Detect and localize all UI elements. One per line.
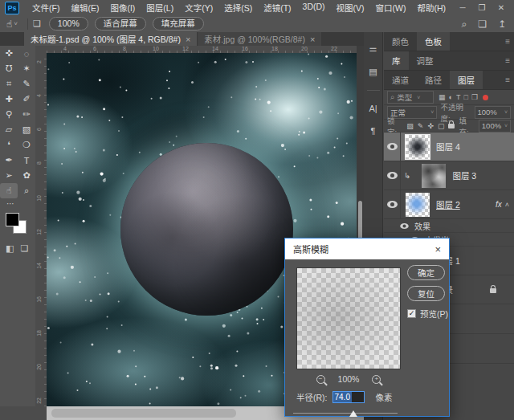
layer-row-图层 2[interactable]: 图层 2fx˄	[384, 190, 514, 219]
document-tab-sucai[interactable]: 素材.jpg @ 100%(RGB/8#) ×	[197, 32, 321, 46]
quick-mask-icon[interactable]: ◧	[6, 243, 14, 254]
eye-icon[interactable]	[387, 143, 398, 150]
info-panel-icon[interactable]: ▤	[369, 67, 377, 77]
magic-wand-tool[interactable]: ✶	[18, 61, 35, 76]
fill-select[interactable]: 100% ˅	[479, 120, 511, 133]
tab-channels[interactable]: 通道	[384, 71, 417, 89]
minimize-button[interactable]: ─	[455, 3, 471, 12]
hand-tool[interactable]: ☝	[0, 183, 18, 198]
visibility-cell[interactable]	[384, 133, 401, 161]
menu-item-6[interactable]: 滤镜(T)	[259, 2, 296, 14]
fill-screen-button[interactable]: 填充屏幕	[153, 17, 204, 31]
panel-menu-icon[interactable]: ≡	[505, 56, 514, 65]
effect-row-效果[interactable]: 效果	[384, 219, 514, 233]
layer-name[interactable]: 图层 2	[436, 198, 460, 210]
reset-button[interactable]: 复位	[407, 286, 445, 301]
type-tool[interactable]: T	[18, 153, 35, 168]
foreground-color-swatch[interactable]	[6, 213, 19, 226]
screen-mode-icon[interactable]: ❏	[20, 243, 28, 254]
pen-tool[interactable]: ✒	[0, 153, 18, 168]
maximize-button[interactable]: ❐	[474, 3, 490, 12]
layer-thumbnail[interactable]	[406, 193, 430, 217]
close-icon[interactable]: ×	[434, 243, 441, 255]
close-button[interactable]: ✕	[493, 3, 509, 12]
tab-layers[interactable]: 图层	[450, 71, 483, 89]
layer-filtering-toggle[interactable]	[483, 95, 488, 100]
move-tool[interactable]: ✜	[0, 46, 18, 61]
brush-tool[interactable]: ✐	[18, 92, 35, 107]
eraser-tool[interactable]: ▱	[0, 122, 18, 137]
lock-all-icon[interactable]	[448, 124, 455, 128]
dodge-tool[interactable]: ❍	[18, 137, 35, 153]
zoom-tool[interactable]: ⌕	[18, 183, 35, 198]
dialog-title-bar[interactable]: 高斯模糊 ×	[285, 239, 449, 259]
ok-button[interactable]: 确定	[407, 265, 445, 280]
marquee-tool[interactable]: ◌	[18, 46, 35, 61]
radius-slider[interactable]	[293, 410, 398, 417]
character-panel-icon[interactable]: A|	[369, 104, 377, 113]
menu-item-1[interactable]: 编辑(E)	[66, 2, 104, 14]
horizontal-scrollbar-thumb[interactable]	[51, 409, 236, 418]
zoom-in-icon[interactable]: +	[372, 375, 381, 384]
menu-item-7[interactable]: 3D(D)	[298, 2, 330, 14]
document-tab-untitled[interactable]: 未标题-1.psd @ 100% (图层 4, RGB/8#) ×	[24, 32, 197, 46]
lock-pixels-icon[interactable]: ✎	[418, 122, 424, 130]
shape-tool[interactable]: ✿	[18, 168, 35, 183]
layer-row-图层 3[interactable]: ↳图层 3	[384, 161, 514, 190]
lock-transparent-icon[interactable]: ▨	[406, 122, 414, 130]
eye-icon[interactable]	[400, 222, 408, 228]
filter-shape-layers-icon[interactable]: □	[463, 93, 467, 101]
lock-position-icon[interactable]: ✜	[427, 122, 434, 130]
clone-stamp-tool[interactable]: ⚲	[0, 107, 18, 122]
workspace-icon[interactable]: ❏	[478, 18, 487, 30]
layer-row-图层 4[interactable]: 图层 4	[384, 133, 514, 161]
zoom-100-button[interactable]: 100%	[49, 17, 88, 31]
radius-input[interactable]: 74.0	[332, 391, 365, 403]
tab-swatches[interactable]: 色板	[417, 32, 450, 51]
filter-type-layers-icon[interactable]: T	[456, 93, 461, 101]
preview-checkbox[interactable]: ✓	[407, 309, 416, 318]
menu-item-9[interactable]: 窗口(W)	[371, 2, 411, 14]
layer-name[interactable]: 图层 4	[436, 141, 460, 153]
gradient-tool[interactable]: ▧	[18, 122, 35, 137]
menu-item-2[interactable]: 图像(I)	[105, 2, 140, 14]
menu-item-10[interactable]: 帮助(H)	[413, 2, 451, 14]
eyedropper-tool[interactable]: ✎	[18, 76, 35, 92]
menu-item-3[interactable]: 图层(L)	[141, 2, 178, 14]
panel-menu-icon[interactable]: ≡	[505, 75, 514, 84]
opacity-select[interactable]: 100% ˅	[475, 106, 512, 119]
eye-icon[interactable]	[387, 172, 398, 179]
tab-color[interactable]: 颜色	[384, 32, 417, 51]
zoom-out-icon[interactable]: −	[316, 375, 325, 384]
panel-menu-icon[interactable]: ≡	[505, 37, 514, 46]
scroll-all-windows-icon[interactable]: ❏	[33, 18, 41, 29]
healing-brush-tool[interactable]: ✚	[0, 92, 18, 107]
properties-panel-icon[interactable]: ⚌	[369, 43, 377, 54]
fx-badge[interactable]: fx	[496, 200, 502, 209]
slider-thumb[interactable]	[349, 410, 357, 417]
lasso-tool[interactable]: ℧	[0, 61, 18, 76]
eye-icon[interactable]	[387, 201, 398, 208]
menu-item-0[interactable]: 文件(F)	[27, 2, 64, 14]
tab-paths[interactable]: 路径	[417, 71, 450, 89]
filter-adjustment-layers-icon[interactable]: ◐	[449, 93, 453, 101]
tab-libraries[interactable]: 库	[384, 51, 409, 70]
edit-toolbar-icon[interactable]: ⋯	[0, 198, 35, 208]
layer-filter-type-select[interactable]: ⌕ 类型 ˅	[387, 91, 434, 104]
tool-preset-caret-icon[interactable]: ˅	[14, 20, 18, 27]
history-brush-tool[interactable]: ✏	[18, 107, 35, 122]
close-tab-icon[interactable]: ×	[310, 35, 315, 44]
layer-name[interactable]: 图层 3	[452, 169, 476, 181]
collapse-effects-icon[interactable]: ˄	[505, 201, 509, 209]
menu-item-8[interactable]: 视图(V)	[332, 2, 369, 14]
share-icon[interactable]: ↥	[498, 18, 506, 30]
visibility-cell[interactable]	[384, 161, 401, 190]
filter-pixel-layers-icon[interactable]: ▦	[439, 93, 446, 101]
search-icon[interactable]: ⌕	[461, 18, 467, 30]
layer-thumbnail[interactable]	[422, 164, 446, 188]
lock-artboard-icon[interactable]: ▢	[438, 122, 445, 130]
layer-thumbnail[interactable]	[406, 135, 430, 159]
fit-screen-button[interactable]: 适合屏幕	[95, 17, 146, 31]
close-tab-icon[interactable]: ×	[186, 35, 190, 44]
paragraph-panel-icon[interactable]: ¶	[371, 126, 376, 136]
